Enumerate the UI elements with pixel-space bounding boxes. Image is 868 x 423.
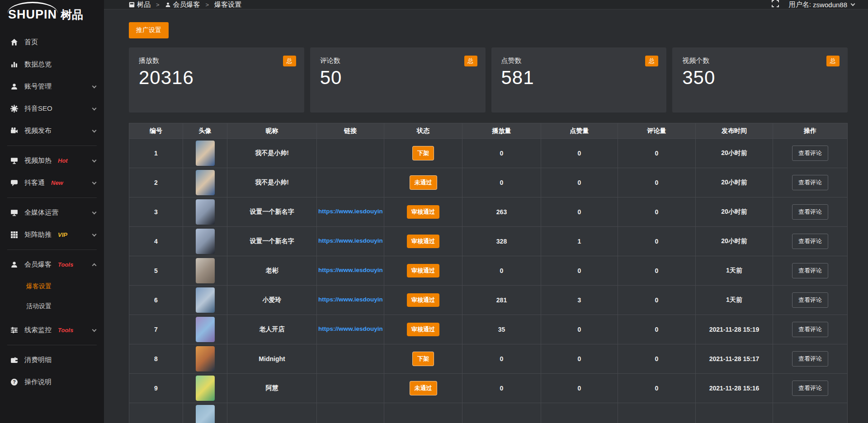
sidebar-item-11[interactable]: 消费明细	[0, 349, 104, 371]
status-badge[interactable]: 审核通过	[407, 205, 439, 219]
status-badge[interactable]: 下架	[412, 146, 434, 160]
sidebar-item-1[interactable]: 数据总览	[0, 53, 104, 75]
view-comments-button[interactable]: 查看评论	[792, 351, 828, 367]
likes-cell: 0	[541, 139, 618, 168]
nickname-cell	[227, 403, 317, 423]
stat-value: 350	[682, 67, 838, 89]
sidebar-item-3[interactable]: 抖音SEO	[0, 98, 104, 120]
status-badge[interactable]: 下架	[412, 352, 434, 366]
chevron-up-icon	[92, 263, 97, 268]
sidebar-subitem-1[interactable]: 活动设置	[0, 296, 104, 316]
sidebar-item-5[interactable]: 视频加热Hot	[0, 150, 104, 172]
topbar: 树品>会员爆客>爆客设置 用户名: zswodun88	[104, 0, 868, 9]
status-badge[interactable]: 未通过	[410, 381, 437, 395]
user-menu[interactable]: 用户名: zswodun88	[789, 0, 854, 9]
link-cell	[317, 168, 384, 197]
promotion-settings-button[interactable]: 推广设置	[129, 22, 169, 38]
avatar-cell	[183, 374, 227, 403]
view-comments-button[interactable]: 查看评论	[792, 263, 828, 278]
chevron-down-icon	[92, 232, 97, 236]
video-link[interactable]: https://www.iesdouyin.c	[318, 325, 382, 332]
sidebar-item-9[interactable]: 会员爆客Tools	[0, 254, 104, 276]
comments-cell: 0	[618, 256, 696, 286]
view-comments-button[interactable]: 查看评论	[792, 292, 828, 308]
view-comments-button[interactable]: 查看评论	[792, 322, 828, 337]
avatar	[196, 376, 215, 401]
sidebar-divider	[7, 345, 97, 345]
sidebar-nav: 首页数据总览账号管理抖音SEO视频发布视频加热Hot抖客通New全媒体运营矩阵助…	[0, 26, 104, 393]
sidebar-item-0[interactable]: 首页	[0, 31, 104, 53]
status-badge[interactable]: 审核通过	[407, 323, 439, 336]
comments-cell: 0	[618, 227, 696, 256]
view-comments-button[interactable]: 查看评论	[792, 381, 828, 396]
breadcrumb-item[interactable]: 树品	[129, 0, 151, 9]
video-table-wrap: 编号头像昵称链接状态播放量点赞量评论量发布时间操作 1我不是小帅!下架00020…	[129, 123, 848, 423]
action-cell: 查看评论	[773, 139, 848, 168]
video-link[interactable]: https://www.iesdouyin.c	[318, 267, 382, 273]
comments-cell	[618, 403, 696, 423]
video-link[interactable]: https://www.iesdouyin.c	[318, 237, 382, 244]
action-cell: 查看评论	[773, 344, 848, 374]
table-row: 9阿慧未通过0002021-11-28 15:16查看评论	[129, 374, 848, 403]
app-logo[interactable]: SHUPIN 树品	[0, 0, 104, 26]
video-icon	[10, 127, 18, 135]
status-badge[interactable]: 未通过	[410, 175, 437, 190]
sidebar-item-label: 线索监控	[24, 326, 52, 334]
action-cell: 查看评论	[773, 374, 848, 403]
sidebar-item-8[interactable]: 矩阵助推VIP	[0, 224, 104, 246]
stat-value: 581	[501, 67, 657, 89]
sidebar-item-12[interactable]: ?操作说明	[0, 371, 104, 393]
status-cell: 审核通过	[384, 256, 462, 286]
status-badge[interactable]: 审核通过	[407, 293, 439, 307]
video-link[interactable]: https://www.iesdouyin.c	[318, 208, 382, 215]
avatar-cell	[183, 139, 227, 168]
stat-value: 20316	[139, 67, 294, 89]
sidebar-item-2[interactable]: 账号管理	[0, 75, 104, 98]
sidebar-item-6[interactable]: 抖客通New	[0, 172, 104, 194]
avatar	[196, 287, 215, 313]
link-cell: https://www.iesdouyin.c	[317, 256, 384, 286]
sidebar-item-10[interactable]: 线索监控Tools	[0, 319, 104, 341]
likes-cell: 0	[541, 344, 618, 374]
table-row: 6小爱玲https://www.iesdouyin.c审核通过281301天前查…	[129, 286, 848, 315]
publish-time-cell: 2021-11-28 15:17	[696, 344, 773, 374]
link-cell: https://www.iesdouyin.c	[317, 227, 384, 256]
avatar	[196, 170, 215, 195]
likes-cell: 3	[541, 286, 618, 315]
grid-icon	[10, 231, 18, 239]
breadcrumb-item[interactable]: 会员爆客	[165, 0, 200, 9]
comments-cell: 0	[618, 168, 696, 197]
breadcrumb-item[interactable]: 爆客设置	[214, 0, 241, 9]
plays-cell: 35	[462, 315, 541, 344]
avatar-cell	[183, 286, 227, 315]
publish-time-cell: 1天前	[696, 286, 773, 315]
sidebar-item-badge: New	[51, 179, 63, 186]
view-comments-button[interactable]: 查看评论	[792, 204, 828, 220]
link-cell	[317, 374, 384, 403]
column-header: 编号	[129, 123, 183, 139]
action-cell: 查看评论	[773, 168, 848, 197]
view-comments-button[interactable]: 查看评论	[792, 234, 828, 249]
status-badge[interactable]: 审核通过	[407, 235, 439, 248]
sidebar-item-4[interactable]: 视频发布	[0, 120, 104, 142]
fullscreen-icon[interactable]	[772, 0, 779, 9]
sidebar-subitem-0[interactable]: 爆客设置	[0, 277, 104, 296]
action-cell: 查看评论	[773, 197, 848, 227]
breadcrumb-label: 树品	[137, 0, 151, 9]
sidebar-item-7[interactable]: 全媒体运营	[0, 202, 104, 224]
topbar-controls: 用户名: zswodun88	[772, 0, 854, 9]
member-icon	[10, 261, 18, 269]
publish-time-cell: 20小时前	[696, 139, 773, 168]
stat-label: 点赞数	[501, 56, 657, 65]
publish-time-cell: 20小时前	[696, 197, 773, 227]
action-cell: 查看评论	[773, 286, 848, 315]
status-cell: 审核通过	[384, 227, 462, 256]
status-badge[interactable]: 审核通过	[407, 264, 439, 277]
plays-cell: 0	[462, 139, 541, 168]
view-comments-button[interactable]: 查看评论	[792, 175, 828, 190]
video-link[interactable]: https://www.iesdouyin.c	[318, 296, 382, 303]
likes-cell: 1	[541, 227, 618, 256]
main-panel: 树品>会员爆客>爆客设置 用户名: zswodun88 推广设置 播放数 203…	[104, 0, 868, 423]
view-comments-button[interactable]: 查看评论	[792, 146, 828, 161]
row-number-cell: 6	[129, 286, 183, 315]
